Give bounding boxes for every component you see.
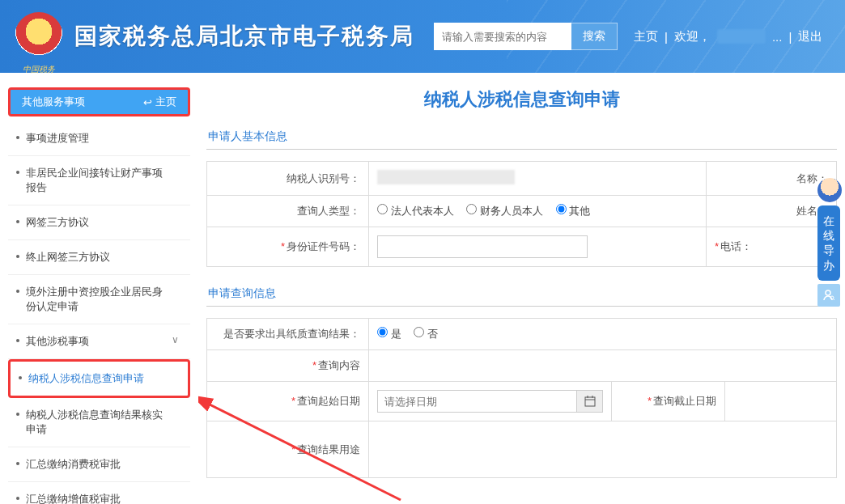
label-startdate: 查询起始日期 [297, 395, 360, 407]
nav-ellipsis: ... [772, 30, 783, 44]
sidebar-item-taxinfo-verify[interactable]: 纳税人涉税信息查询结果核实申请 [8, 398, 190, 447]
label-querytype: 查询人类型： [207, 196, 369, 227]
label-taxpayer-name: 名称： [715, 172, 828, 186]
sidebar-title: 其他服务事项 [22, 95, 85, 109]
nav-sep: | [665, 30, 668, 44]
label-enddate: 查询截止日期 [653, 395, 716, 407]
sidebar-item-vat[interactable]: 汇总缴纳增值税审批 [8, 482, 190, 504]
applicant-info-table: 纳税人识别号： 名称： 查询人类型： 法人代表本人 财务人员本人 其他 姓名： … [206, 161, 837, 267]
nav-welcome: 欢迎， [674, 29, 711, 44]
site-title: 国家税务总局北京市电子税务局 [74, 21, 414, 52]
cell-purpose [369, 421, 837, 478]
cell-qcontent [369, 350, 837, 382]
sidebar-item-progress[interactable]: 事项进度管理 [8, 121, 190, 156]
nav-home[interactable]: 主页 [634, 29, 658, 44]
label-person-name: 姓名： [715, 204, 828, 218]
querytype-radio-group: 法人代表本人 财务人员本人 其他 [377, 204, 698, 218]
input-idno[interactable] [377, 235, 588, 258]
page-title: 纳税人涉税信息查询申请 [206, 87, 837, 112]
radio-yes[interactable]: 是 [377, 328, 401, 340]
sidebar-item-consumption-tax[interactable]: 汇总缴纳消费税审批 [8, 447, 190, 482]
nav-logout[interactable]: 退出 [798, 29, 822, 44]
section-applicant-info: 申请人基本信息 [206, 125, 837, 150]
query-info-table: 是否要求出具纸质查询结果： 是 否 *查询内容 *查询起始日期 [206, 318, 837, 478]
calendar-icon [584, 396, 596, 407]
online-guide-tab[interactable]: 在线导办 [817, 205, 840, 281]
svg-line-7 [834, 299, 835, 300]
section-query-info: 申请查询信息 [206, 282, 837, 307]
sidebar-item-other-tax[interactable]: 其他涉税事项 [8, 324, 190, 359]
sidebar-item-terminate-esign[interactable]: 终止网签三方协议 [8, 240, 190, 275]
radio-other[interactable]: 其他 [556, 205, 591, 217]
radio-legal[interactable]: 法人代表本人 [377, 205, 454, 217]
sidebar-item-esign[interactable]: 网签三方协议 [8, 205, 190, 240]
label-phone: 电话： [720, 239, 752, 254]
site-logo [15, 12, 63, 61]
reply-icon: ↩ [143, 96, 152, 108]
label-idno: 身份证件号码： [287, 240, 360, 252]
sidebar-item-nonresident[interactable]: 非居民企业间接转让财产事项报告 [8, 156, 190, 205]
label-taxid: 纳税人识别号： [207, 162, 369, 196]
sidebar-item-overseas[interactable]: 境外注册中资控股企业居民身份认定申请 [8, 275, 190, 324]
value-taxid [369, 162, 707, 196]
input-startdate[interactable] [377, 390, 577, 413]
user-name-redacted [717, 29, 766, 44]
label-qcontent: 查询内容 [318, 359, 360, 371]
svg-point-5 [826, 290, 830, 295]
assistant-avatar-icon [817, 178, 842, 202]
search-button[interactable]: 搜索 [571, 23, 618, 50]
sidebar-item-taxinfo-query[interactable]: 纳税人涉税信息查询申请 [8, 359, 190, 398]
sidebar-header: 其他服务事项 ↩ 主页 [8, 87, 190, 116]
svg-rect-0 [585, 397, 595, 406]
sidebar-back-home[interactable]: ↩ 主页 [143, 95, 176, 109]
label-purpose: 查询结果用途 [297, 443, 360, 455]
paper-radio-group: 是 否 [377, 327, 828, 341]
person-search-icon [822, 289, 835, 302]
nav-sep: | [788, 30, 792, 44]
search-input[interactable] [434, 23, 571, 50]
float-search-button[interactable] [817, 284, 840, 307]
cell-enddate [725, 382, 837, 421]
label-paper-result: 是否要求出具纸质查询结果： [207, 319, 369, 350]
radio-finance[interactable]: 财务人员本人 [466, 205, 543, 217]
calendar-button[interactable] [577, 390, 603, 413]
radio-no[interactable]: 否 [414, 328, 438, 340]
taxid-redacted [377, 170, 515, 184]
